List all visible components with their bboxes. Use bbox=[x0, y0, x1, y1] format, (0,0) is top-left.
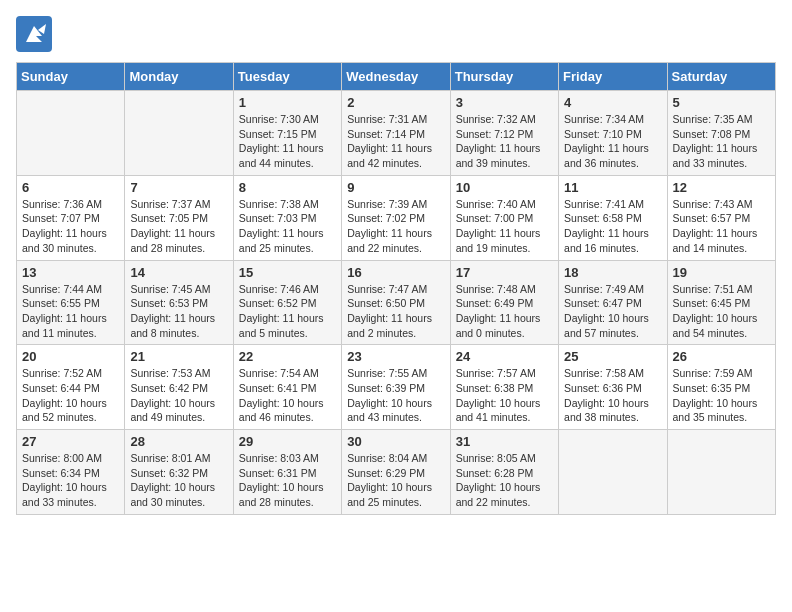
day-info: Sunrise: 7:45 AM Sunset: 6:53 PM Dayligh… bbox=[130, 282, 227, 341]
day-info: Sunrise: 7:44 AM Sunset: 6:55 PM Dayligh… bbox=[22, 282, 119, 341]
day-info: Sunrise: 7:39 AM Sunset: 7:02 PM Dayligh… bbox=[347, 197, 444, 256]
week-row-3: 13Sunrise: 7:44 AM Sunset: 6:55 PM Dayli… bbox=[17, 260, 776, 345]
day-number: 1 bbox=[239, 95, 336, 110]
day-number: 29 bbox=[239, 434, 336, 449]
day-cell bbox=[17, 91, 125, 176]
week-row-5: 27Sunrise: 8:00 AM Sunset: 6:34 PM Dayli… bbox=[17, 430, 776, 515]
day-info: Sunrise: 7:40 AM Sunset: 7:00 PM Dayligh… bbox=[456, 197, 553, 256]
day-number: 14 bbox=[130, 265, 227, 280]
day-info: Sunrise: 8:00 AM Sunset: 6:34 PM Dayligh… bbox=[22, 451, 119, 510]
header-cell-wednesday: Wednesday bbox=[342, 63, 450, 91]
day-info: Sunrise: 7:41 AM Sunset: 6:58 PM Dayligh… bbox=[564, 197, 661, 256]
day-cell: 16Sunrise: 7:47 AM Sunset: 6:50 PM Dayli… bbox=[342, 260, 450, 345]
day-number: 20 bbox=[22, 349, 119, 364]
day-number: 27 bbox=[22, 434, 119, 449]
day-number: 15 bbox=[239, 265, 336, 280]
day-info: Sunrise: 8:05 AM Sunset: 6:28 PM Dayligh… bbox=[456, 451, 553, 510]
day-info: Sunrise: 7:57 AM Sunset: 6:38 PM Dayligh… bbox=[456, 366, 553, 425]
day-cell: 28Sunrise: 8:01 AM Sunset: 6:32 PM Dayli… bbox=[125, 430, 233, 515]
day-cell: 27Sunrise: 8:00 AM Sunset: 6:34 PM Dayli… bbox=[17, 430, 125, 515]
day-info: Sunrise: 7:32 AM Sunset: 7:12 PM Dayligh… bbox=[456, 112, 553, 171]
day-number: 22 bbox=[239, 349, 336, 364]
day-info: Sunrise: 7:51 AM Sunset: 6:45 PM Dayligh… bbox=[673, 282, 770, 341]
day-number: 30 bbox=[347, 434, 444, 449]
day-cell: 4Sunrise: 7:34 AM Sunset: 7:10 PM Daylig… bbox=[559, 91, 667, 176]
day-info: Sunrise: 7:58 AM Sunset: 6:36 PM Dayligh… bbox=[564, 366, 661, 425]
day-number: 13 bbox=[22, 265, 119, 280]
day-info: Sunrise: 7:38 AM Sunset: 7:03 PM Dayligh… bbox=[239, 197, 336, 256]
day-info: Sunrise: 7:35 AM Sunset: 7:08 PM Dayligh… bbox=[673, 112, 770, 171]
day-cell: 7Sunrise: 7:37 AM Sunset: 7:05 PM Daylig… bbox=[125, 175, 233, 260]
day-cell: 21Sunrise: 7:53 AM Sunset: 6:42 PM Dayli… bbox=[125, 345, 233, 430]
day-number: 4 bbox=[564, 95, 661, 110]
day-number: 16 bbox=[347, 265, 444, 280]
header-cell-thursday: Thursday bbox=[450, 63, 558, 91]
day-cell: 29Sunrise: 8:03 AM Sunset: 6:31 PM Dayli… bbox=[233, 430, 341, 515]
day-info: Sunrise: 8:04 AM Sunset: 6:29 PM Dayligh… bbox=[347, 451, 444, 510]
logo-icon bbox=[16, 16, 52, 52]
day-info: Sunrise: 7:37 AM Sunset: 7:05 PM Dayligh… bbox=[130, 197, 227, 256]
day-cell: 30Sunrise: 8:04 AM Sunset: 6:29 PM Dayli… bbox=[342, 430, 450, 515]
day-info: Sunrise: 7:54 AM Sunset: 6:41 PM Dayligh… bbox=[239, 366, 336, 425]
day-cell bbox=[667, 430, 775, 515]
day-info: Sunrise: 8:03 AM Sunset: 6:31 PM Dayligh… bbox=[239, 451, 336, 510]
day-number: 2 bbox=[347, 95, 444, 110]
day-number: 10 bbox=[456, 180, 553, 195]
day-info: Sunrise: 7:59 AM Sunset: 6:35 PM Dayligh… bbox=[673, 366, 770, 425]
day-cell: 12Sunrise: 7:43 AM Sunset: 6:57 PM Dayli… bbox=[667, 175, 775, 260]
logo bbox=[16, 16, 54, 52]
day-number: 31 bbox=[456, 434, 553, 449]
calendar-table: SundayMondayTuesdayWednesdayThursdayFrid… bbox=[16, 62, 776, 515]
day-number: 5 bbox=[673, 95, 770, 110]
day-info: Sunrise: 7:49 AM Sunset: 6:47 PM Dayligh… bbox=[564, 282, 661, 341]
day-cell: 2Sunrise: 7:31 AM Sunset: 7:14 PM Daylig… bbox=[342, 91, 450, 176]
header-cell-monday: Monday bbox=[125, 63, 233, 91]
day-cell bbox=[559, 430, 667, 515]
day-number: 18 bbox=[564, 265, 661, 280]
header-cell-sunday: Sunday bbox=[17, 63, 125, 91]
day-info: Sunrise: 7:43 AM Sunset: 6:57 PM Dayligh… bbox=[673, 197, 770, 256]
page-header bbox=[16, 16, 776, 52]
day-number: 19 bbox=[673, 265, 770, 280]
week-row-2: 6Sunrise: 7:36 AM Sunset: 7:07 PM Daylig… bbox=[17, 175, 776, 260]
day-cell: 5Sunrise: 7:35 AM Sunset: 7:08 PM Daylig… bbox=[667, 91, 775, 176]
day-cell: 13Sunrise: 7:44 AM Sunset: 6:55 PM Dayli… bbox=[17, 260, 125, 345]
day-cell: 8Sunrise: 7:38 AM Sunset: 7:03 PM Daylig… bbox=[233, 175, 341, 260]
day-number: 25 bbox=[564, 349, 661, 364]
day-cell: 3Sunrise: 7:32 AM Sunset: 7:12 PM Daylig… bbox=[450, 91, 558, 176]
day-cell: 10Sunrise: 7:40 AM Sunset: 7:00 PM Dayli… bbox=[450, 175, 558, 260]
day-cell: 14Sunrise: 7:45 AM Sunset: 6:53 PM Dayli… bbox=[125, 260, 233, 345]
day-number: 21 bbox=[130, 349, 227, 364]
day-cell: 26Sunrise: 7:59 AM Sunset: 6:35 PM Dayli… bbox=[667, 345, 775, 430]
day-info: Sunrise: 7:31 AM Sunset: 7:14 PM Dayligh… bbox=[347, 112, 444, 171]
day-number: 12 bbox=[673, 180, 770, 195]
day-number: 6 bbox=[22, 180, 119, 195]
day-cell: 31Sunrise: 8:05 AM Sunset: 6:28 PM Dayli… bbox=[450, 430, 558, 515]
day-info: Sunrise: 7:46 AM Sunset: 6:52 PM Dayligh… bbox=[239, 282, 336, 341]
day-cell: 9Sunrise: 7:39 AM Sunset: 7:02 PM Daylig… bbox=[342, 175, 450, 260]
day-info: Sunrise: 7:30 AM Sunset: 7:15 PM Dayligh… bbox=[239, 112, 336, 171]
day-cell: 6Sunrise: 7:36 AM Sunset: 7:07 PM Daylig… bbox=[17, 175, 125, 260]
day-number: 23 bbox=[347, 349, 444, 364]
day-number: 9 bbox=[347, 180, 444, 195]
header-cell-tuesday: Tuesday bbox=[233, 63, 341, 91]
day-info: Sunrise: 8:01 AM Sunset: 6:32 PM Dayligh… bbox=[130, 451, 227, 510]
day-number: 26 bbox=[673, 349, 770, 364]
day-cell: 20Sunrise: 7:52 AM Sunset: 6:44 PM Dayli… bbox=[17, 345, 125, 430]
day-number: 11 bbox=[564, 180, 661, 195]
day-number: 7 bbox=[130, 180, 227, 195]
day-cell: 11Sunrise: 7:41 AM Sunset: 6:58 PM Dayli… bbox=[559, 175, 667, 260]
header-cell-friday: Friday bbox=[559, 63, 667, 91]
header-cell-saturday: Saturday bbox=[667, 63, 775, 91]
day-cell: 17Sunrise: 7:48 AM Sunset: 6:49 PM Dayli… bbox=[450, 260, 558, 345]
day-info: Sunrise: 7:34 AM Sunset: 7:10 PM Dayligh… bbox=[564, 112, 661, 171]
day-cell: 19Sunrise: 7:51 AM Sunset: 6:45 PM Dayli… bbox=[667, 260, 775, 345]
day-number: 3 bbox=[456, 95, 553, 110]
day-cell: 1Sunrise: 7:30 AM Sunset: 7:15 PM Daylig… bbox=[233, 91, 341, 176]
day-number: 24 bbox=[456, 349, 553, 364]
day-info: Sunrise: 7:47 AM Sunset: 6:50 PM Dayligh… bbox=[347, 282, 444, 341]
day-cell: 25Sunrise: 7:58 AM Sunset: 6:36 PM Dayli… bbox=[559, 345, 667, 430]
day-cell: 22Sunrise: 7:54 AM Sunset: 6:41 PM Dayli… bbox=[233, 345, 341, 430]
day-info: Sunrise: 7:52 AM Sunset: 6:44 PM Dayligh… bbox=[22, 366, 119, 425]
day-cell: 23Sunrise: 7:55 AM Sunset: 6:39 PM Dayli… bbox=[342, 345, 450, 430]
